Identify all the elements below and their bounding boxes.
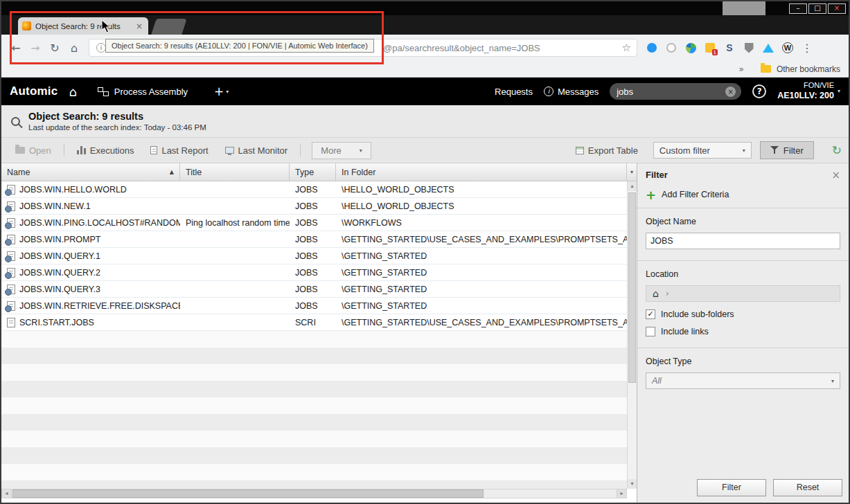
export-table-button[interactable]: Export Table [569,143,645,159]
scri-object-icon [7,318,15,327]
extension-triangle-icon[interactable] [761,40,776,55]
include-links-checkbox[interactable] [646,327,655,336]
extension-globe-icon[interactable] [683,40,698,55]
tab-process-assembly[interactable]: Process Assembly [98,87,188,97]
jobs-object-icon [7,201,15,211]
scroll-right-icon[interactable]: ▸ [617,489,626,498]
chevron-down-icon: ▾ [743,147,745,154]
other-bookmarks-label[interactable]: Other bookmarks [777,64,840,74]
close-button[interactable]: × [828,3,846,14]
table-row[interactable]: JOBS.WIN.RETRIEVE.FREE.DISKSPACEJOBS\GET… [1,298,627,314]
scroll-up-icon[interactable]: ▴ [628,181,637,191]
executions-button[interactable]: Executions [70,143,141,159]
vertical-scrollbar-thumb[interactable] [628,192,636,383]
jobs-object-icon [7,285,15,294]
results-table: Name ▲ Title Type In Folder ▾ JOBS.WIN.H… [1,163,637,503]
column-options-icon[interactable]: ▾ [627,163,637,181]
vertical-scrollbar[interactable]: ▴ ▾ [627,181,637,489]
extension-shield-icon[interactable] [741,40,756,55]
column-header-folder[interactable]: In Folder [336,163,627,181]
cell-folder: \GETTING_STARTED [336,264,627,280]
maximize-button[interactable]: □ [808,3,826,14]
horizontal-scrollbar-thumb[interactable] [12,489,484,498]
table-row[interactable]: JOBS.WIN.QUERY.2JOBS\GETTING_STARTED [1,264,627,281]
table-row[interactable]: JOBS.WIN.PROMPTJOBS\GETTING_STARTED\USE_… [1,231,627,248]
location-breadcrumb[interactable]: ⌂ › [646,285,840,302]
extension-gray-circle-icon[interactable] [664,40,679,55]
automic-logo: Automic [10,84,57,98]
client-menu[interactable]: FON/VIE AE10LLV: 200 ▾ [777,81,840,101]
page-header: Object Search: 9 results Last update of … [1,105,849,137]
more-dropdown[interactable]: More ▾ [312,142,371,159]
custom-filter-dropdown[interactable]: Custom filter ▾ [653,142,752,159]
column-header-type[interactable]: Type [290,163,336,181]
mouse-cursor [101,19,111,33]
scroll-left-icon[interactable]: ◂ [2,489,12,498]
app-home-icon[interactable]: ⌂ [69,84,76,99]
object-type-dropdown[interactable]: All ▾ [646,372,840,389]
jobs-object-icon [7,218,15,228]
new-tab-button[interactable] [151,19,186,35]
reload-icon[interactable]: ↻ [47,42,62,55]
browser-menu-icon[interactable]: ⋮ [799,40,815,55]
last-report-button[interactable]: Last Report [143,143,215,159]
include-links-label: Include links [661,327,709,336]
extension-blue-circle-icon[interactable] [644,40,659,55]
automic-favicon [22,21,31,30]
table-row[interactable]: JOBS.WIN.NEW.1JOBS\HELLO_WORLD_OBJECTS [1,198,627,215]
cell-folder: \GETTING_STARTED\USE_CASES_AND_EXAMPLES\… [336,314,627,330]
cell-title [180,281,290,297]
jobs-object-icon [7,251,15,261]
browser-home-icon[interactable]: ⌂ [67,42,82,55]
table-row[interactable]: SCRI.START.JOBSSCRI\GETTING_STARTED\USE_… [1,314,627,331]
column-header-title[interactable]: Title [180,163,290,181]
bookmarks-overflow-icon[interactable]: » [739,64,744,74]
add-view-button[interactable]: + ▾ [214,84,229,98]
table-header: Name ▲ Title Type In Folder ▾ [1,163,637,181]
table-row[interactable]: JOBS.WIN.PING.LOCALHOST#RANDOMPing local… [1,215,627,231]
tab-close-icon[interactable]: × [134,21,144,31]
add-filter-criteria-button[interactable]: + Add Filter Criteria [637,184,849,208]
chevron-down-icon: ▾ [831,378,834,384]
filter-toggle-button[interactable]: Filter [760,141,814,159]
last-monitor-button[interactable]: Last Monitor [218,143,295,159]
filter-close-icon[interactable]: × [831,171,840,179]
table-row[interactable]: JOBS.WIN.HELLO.WORLDJOBS\HELLO_WORLD_OBJ… [1,181,627,198]
extension-notes-icon[interactable]: 1 [702,40,718,55]
horizontal-scrollbar[interactable]: ◂ ▸ [1,489,627,498]
browser-tab[interactable]: Object Search: 9 results × [18,17,148,35]
page-info-icon[interactable]: i [96,43,106,53]
filter-reset-button[interactable]: Reset [773,479,842,496]
extension-s-icon[interactable]: S [722,40,737,55]
table-row[interactable]: JOBS.WIN.QUERY.3JOBS\GETTING_STARTED [1,281,627,298]
page-title: Object Search: 9 results [28,111,206,122]
cell-title [180,264,290,280]
report-icon [150,146,157,154]
minimize-button[interactable]: – [789,3,807,14]
refresh-icon[interactable]: ↻ [832,143,842,157]
table-row[interactable]: JOBS.WIN.QUERY.1JOBS\GETTING_STARTED [1,248,627,264]
scroll-down-icon[interactable]: ▾ [628,479,637,489]
requests-link[interactable]: Requests [495,87,533,97]
include-subfolders-label: Include sub-folders [661,309,734,319]
home-icon[interactable]: ⌂ [653,288,659,299]
open-button[interactable]: Open [8,143,58,159]
include-subfolders-checkbox[interactable]: ✓ [646,309,655,319]
help-icon[interactable]: ? [752,84,766,98]
filter-apply-button[interactable]: Filter [697,479,766,496]
global-search-input[interactable] [615,86,721,98]
chevron-down-icon: ▾ [838,88,840,95]
process-assembly-icon [98,87,109,96]
search-icon [11,117,20,126]
extension-w-icon[interactable]: W [780,40,795,55]
filter-panel: Filter × + Add Filter Criteria Object Na… [637,163,849,503]
column-header-name[interactable]: Name ▲ [1,163,180,181]
search-clear-icon[interactable]: × [725,87,736,97]
bookmark-star-icon[interactable]: ☆ [622,42,631,54]
back-icon[interactable]: ← [8,42,24,55]
object-name-input[interactable] [646,233,840,249]
include-links-option[interactable]: Include links [646,327,840,336]
include-subfolders-option[interactable]: ✓ Include sub-folders [646,309,840,319]
forward-icon[interactable]: → [28,42,43,55]
messages-link[interactable]: i Messages [544,87,599,97]
